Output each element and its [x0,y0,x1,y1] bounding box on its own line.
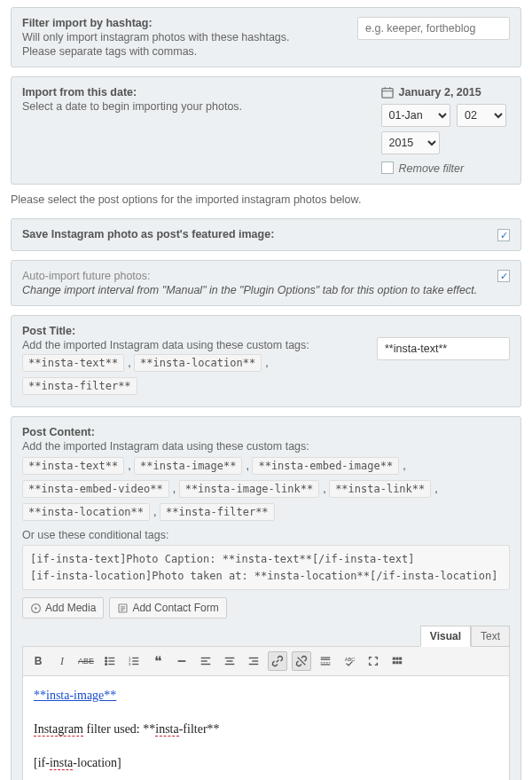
svg-rect-41 [395,661,398,664]
svg-rect-37 [393,658,395,660]
auto-import-hint: Change import interval from "Manual" in … [22,284,477,296]
post-content-editor[interactable]: **insta-image** Instagram filter used: *… [22,676,510,780]
media-icon [30,603,42,614]
tag-chip: **insta-text** [22,354,124,372]
import-date-section: Import from this date: Select a date to … [11,76,521,185]
editor-text: [if- [34,756,50,769]
featured-image-title: Save Instagram photo as post's featured … [22,228,274,240]
svg-rect-38 [395,658,398,660]
align-right-button[interactable] [244,651,263,671]
editor-text: -filter** [179,722,220,736]
filter-hashtag-title: Filter import by hashtag: [22,17,348,29]
tag-chip: **insta-embed-image** [252,457,399,475]
post-title-input[interactable] [377,337,510,360]
post-content-label: Post Content: [22,426,510,438]
tag-chip: **insta-location** [134,354,262,372]
add-media-label: Add Media [45,602,96,614]
blockquote-button[interactable]: ❝ [148,651,168,671]
import-date-title: Import from this date: [22,86,372,98]
add-contact-form-button[interactable]: Add Contact Form [109,597,226,618]
tag-chip: **insta-embed-video** [22,480,169,498]
svg-point-9 [106,658,107,659]
post-content-cond-hint: Or use these conditional tags: [22,529,510,541]
editor-insta-image-link[interactable]: **insta-image** [34,689,116,702]
filter-hashtag-section: Filter import by hashtag: Will only impo… [11,7,521,67]
strike-button[interactable]: ABE [76,651,96,671]
auto-import-section: Auto-import future photos: Change import… [11,260,521,306]
numbered-list-button[interactable]: 123 [124,651,144,671]
hr-button[interactable] [172,651,192,671]
post-content-section: Post Content: Add the imported Instagram… [11,416,521,780]
featured-image-checkbox[interactable] [497,229,510,241]
filter-hashtag-input[interactable] [357,17,510,40]
post-title-hint: Add the imported Instagram data using th… [22,339,368,351]
import-date-month-select[interactable]: 01-Jan [381,104,450,127]
fullscreen-button[interactable] [364,651,383,671]
options-note: Please select the post options for the i… [11,193,521,206]
svg-text:3: 3 [129,662,131,666]
auto-import-title: Auto-import future photos: [22,270,489,282]
tag-chip: **insta-image-link** [179,480,320,498]
svg-rect-0 [381,89,392,98]
import-date-hint: Select a date to begin importing your ph… [22,100,372,113]
tag-chip: **insta-location** [22,503,150,521]
remove-filter-label: Remove filter [399,162,465,175]
insert-more-button[interactable] [316,651,335,671]
link-button[interactable] [268,651,287,671]
form-icon [117,603,129,614]
tag-chip: **insta-filter** [160,503,275,521]
italic-button[interactable]: I [52,651,72,671]
svg-point-13 [106,664,107,666]
align-center-button[interactable] [220,651,239,671]
featured-image-section: Save Instagram photo as post's featured … [11,218,521,251]
editor-text: filter used: ** [83,722,155,736]
post-title-label: Post Title: [22,325,368,337]
tag-chip: **insta-text** [22,457,124,475]
bold-button[interactable]: B [28,651,48,671]
remove-filter-checkbox[interactable] [381,162,394,174]
editor-word: insta [50,756,73,770]
toolbar-toggle-button[interactable] [387,651,407,671]
editor-word: Instagram [34,722,83,737]
auto-import-checkbox[interactable] [497,270,510,282]
calendar-icon [381,86,394,98]
add-contact-label: Add Contact Form [132,602,218,614]
svg-rect-39 [399,658,402,660]
bullet-list-button[interactable] [100,651,120,671]
svg-point-11 [106,660,107,662]
editor-tab-visual[interactable]: Visual [420,626,471,647]
editor-tab-text[interactable]: Text [471,626,510,647]
spellcheck-button[interactable]: ABC [340,651,359,671]
editor-word: insta [155,722,178,737]
editor-toolbar: B I ABE 123 ❝ ABC [22,646,510,676]
import-date-year-select[interactable]: 2015 [381,131,440,154]
filter-hashtag-hint-2: Please separate tags with commas. [22,45,348,58]
add-media-button[interactable]: Add Media [22,597,104,618]
conditional-tags-example: [if-insta-text]Photo Caption: **insta-te… [22,545,510,590]
import-date-day-select[interactable]: 02 [457,104,506,127]
svg-rect-42 [399,661,402,664]
svg-line-31 [298,658,306,666]
cond-line: [if-insta-location]Photo taken at: **ins… [30,568,502,585]
tag-chip: **insta-link** [329,480,431,498]
filter-hashtag-hint-1: Will only import instagram photos with t… [22,31,348,43]
align-left-button[interactable] [196,651,215,671]
editor-text: -location] [73,756,121,769]
import-date-label: January 2, 2015 [399,86,481,98]
post-content-hint: Add the imported Instagram data using th… [22,440,510,453]
unlink-button[interactable] [292,651,311,671]
cond-line: [if-insta-text]Photo Caption: **insta-te… [30,551,502,568]
post-title-section: Post Title: Add the imported Instagram d… [11,315,521,407]
tag-chip: **insta-image** [134,457,242,475]
tag-chip: **insta-filter** [22,377,137,395]
svg-text:ABC: ABC [345,657,356,662]
svg-rect-40 [393,661,395,664]
